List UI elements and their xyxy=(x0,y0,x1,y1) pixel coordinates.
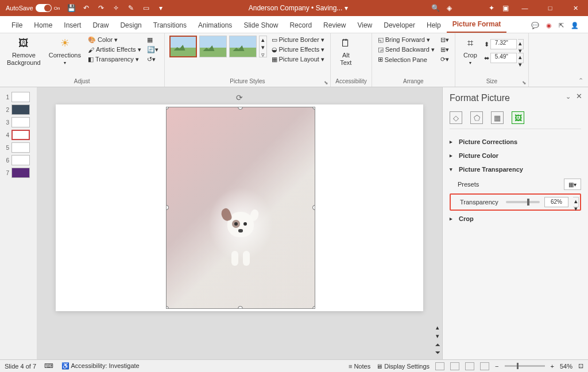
tab-animations[interactable]: Animations xyxy=(192,18,238,33)
prev-slide-icon[interactable]: ⏶ xyxy=(435,341,441,348)
tab-picture-format[interactable]: Picture Format xyxy=(447,17,507,33)
zoom-level[interactable]: 54% xyxy=(560,363,572,370)
change-pic-button[interactable]: 🔄▾ xyxy=(146,45,160,54)
minimize-button[interactable]: — xyxy=(514,0,535,16)
tab-slideshow[interactable]: Slide Show xyxy=(238,18,284,33)
transparency-value-input[interactable]: 62% xyxy=(544,197,568,207)
artistic-effects-button[interactable]: 🖌Artistic Effects ▾ xyxy=(87,45,142,54)
thumb-7[interactable]: 7 xyxy=(0,166,37,179)
slide-canvas[interactable]: ⟳ ▴ ▾ ⏶ ⏷ xyxy=(37,87,442,359)
picture-layout-button[interactable]: ▦Picture Layout ▾ xyxy=(270,55,326,64)
picture-transparency-section[interactable]: ▾Picture Transparency xyxy=(450,162,581,176)
color-button[interactable]: 🎨Color ▾ xyxy=(87,36,142,44)
size-launcher-icon[interactable]: ⬊ xyxy=(522,80,527,86)
tab-record[interactable]: Record xyxy=(284,18,318,33)
comments-icon[interactable]: 💬 xyxy=(531,22,539,29)
share-icon[interactable]: ⇱ xyxy=(559,22,564,29)
tab-home[interactable]: Home xyxy=(28,18,58,33)
picture-corrections-section[interactable]: ▸Picture Corrections xyxy=(450,135,581,149)
resize-handle-tl[interactable] xyxy=(166,107,169,110)
normal-view-icon[interactable] xyxy=(435,362,444,370)
collapse-ribbon-icon[interactable]: ⌃ xyxy=(578,77,583,84)
zoom-in-icon[interactable]: + xyxy=(551,363,554,370)
alt-text-button[interactable]: 🗒 Alt Text xyxy=(335,36,356,68)
record-icon[interactable]: ◉ xyxy=(546,22,552,29)
resize-handle-br[interactable] xyxy=(312,306,315,309)
display-settings-button[interactable]: 🖥 Display Settings xyxy=(376,363,430,370)
width-spinner[interactable]: ▴▾ xyxy=(518,53,524,63)
document-title[interactable]: Anderson Company • Saving... ▾ xyxy=(165,4,431,12)
group-button[interactable]: ⊞▾ xyxy=(439,45,450,54)
crop-section[interactable]: ▸Crop xyxy=(450,212,581,226)
tab-transitions[interactable]: Transitions xyxy=(148,18,192,33)
tab-insert[interactable]: Insert xyxy=(58,18,87,33)
height-value[interactable]: 7.32" xyxy=(490,39,517,49)
zoom-out-icon[interactable]: − xyxy=(495,363,498,370)
scroll-down-icon[interactable]: ▾ xyxy=(436,332,439,340)
resize-handle-tc[interactable] xyxy=(238,107,243,110)
transparency-slider[interactable] xyxy=(506,201,540,203)
autosave-toggle[interactable]: AutoSave On xyxy=(2,4,63,12)
remove-background-button[interactable]: 🖼 Remove Background xyxy=(5,36,43,68)
thumb-3[interactable]: 3 xyxy=(0,116,37,129)
style-item-2[interactable] xyxy=(199,36,227,57)
thumb-1[interactable]: 1 xyxy=(0,91,37,103)
sparkle-icon[interactable]: ✦ xyxy=(487,3,496,13)
picture-effects-button[interactable]: ◒Picture Effects ▾ xyxy=(270,45,326,54)
reading-view-icon[interactable] xyxy=(465,362,474,370)
tab-help[interactable]: Help xyxy=(421,18,447,33)
tab-view[interactable]: View xyxy=(351,18,378,33)
accessibility-status[interactable]: ♿ Accessibility: Investigate xyxy=(61,362,140,370)
thumb-6[interactable]: 6 xyxy=(0,154,37,166)
selection-pane-button[interactable]: ⊞Selection Pane xyxy=(377,55,436,64)
slideshow-view-icon[interactable] xyxy=(480,362,489,370)
size-props-icon[interactable]: ▦ xyxy=(491,111,504,124)
maximize-button[interactable]: □ xyxy=(540,0,560,16)
rotate-handle-icon[interactable]: ⟳ xyxy=(236,93,243,102)
edit-icon[interactable]: ✎ xyxy=(126,3,136,13)
send-backward-button[interactable]: ◲Send Backward ▾ xyxy=(377,45,436,54)
notes-button[interactable]: ≡ Notes xyxy=(349,363,370,370)
thumb-2[interactable]: 2 xyxy=(0,103,37,116)
picture-border-button[interactable]: ▭Picture Border ▾ xyxy=(270,36,326,44)
styles-launcher-icon[interactable]: ⬊ xyxy=(324,80,328,86)
scroll-up-icon[interactable]: ▴ xyxy=(436,324,439,331)
transparency-button[interactable]: ◧Transparency ▾ xyxy=(87,55,142,64)
resize-handle-tr[interactable] xyxy=(312,107,315,110)
align-button[interactable]: ⊟▾ xyxy=(439,36,450,44)
presets-button[interactable]: ▦▾ xyxy=(564,179,581,190)
undo-icon[interactable]: ↶ xyxy=(82,3,91,13)
compress-button[interactable]: ▦ xyxy=(146,36,160,44)
slide-counter[interactable]: Slide 4 of 7 xyxy=(5,363,36,370)
picture-styles-gallery[interactable]: ▴▾▿ xyxy=(169,36,267,57)
account-icon[interactable]: 👤 xyxy=(571,22,579,29)
style-item-1[interactable] xyxy=(169,36,197,57)
width-field[interactable]: ⬌5.49"▴▾ xyxy=(484,53,524,63)
rotate-button[interactable]: ⟳▾ xyxy=(439,55,450,64)
qat-more-icon[interactable]: ▾ xyxy=(156,3,165,13)
height-field[interactable]: ⬍7.32"▴▾ xyxy=(484,39,524,49)
window-icon[interactable]: ▣ xyxy=(501,3,510,13)
thumb-4[interactable]: 4 xyxy=(0,129,37,141)
diamond-icon[interactable]: ◈ xyxy=(444,3,454,13)
picture-tab-icon[interactable]: 🖼 xyxy=(512,111,524,124)
tab-developer[interactable]: Developer xyxy=(378,18,421,33)
selected-picture[interactable] xyxy=(166,107,315,309)
style-item-3[interactable] xyxy=(229,36,257,57)
search-icon[interactable]: 🔍 xyxy=(431,3,440,13)
transparency-spinner[interactable]: ▴▾ xyxy=(573,197,579,207)
sorter-view-icon[interactable] xyxy=(450,362,459,370)
resize-handle-bc[interactable] xyxy=(238,306,243,309)
save-icon[interactable]: 💾 xyxy=(67,3,76,13)
present-icon[interactable]: ▭ xyxy=(141,3,150,13)
next-slide-icon[interactable]: ⏷ xyxy=(435,349,441,356)
fill-line-icon[interactable]: ◇ xyxy=(450,111,462,124)
resize-handle-bl[interactable] xyxy=(166,306,169,309)
width-value[interactable]: 5.49" xyxy=(490,53,517,63)
tab-review[interactable]: Review xyxy=(318,18,351,33)
height-spinner[interactable]: ▴▾ xyxy=(518,39,524,49)
thumb-5[interactable]: 5 xyxy=(0,141,37,154)
toggle-switch[interactable] xyxy=(36,4,52,12)
touch-icon[interactable]: ✧ xyxy=(111,3,121,13)
language-icon[interactable]: ⌨ xyxy=(44,362,53,370)
